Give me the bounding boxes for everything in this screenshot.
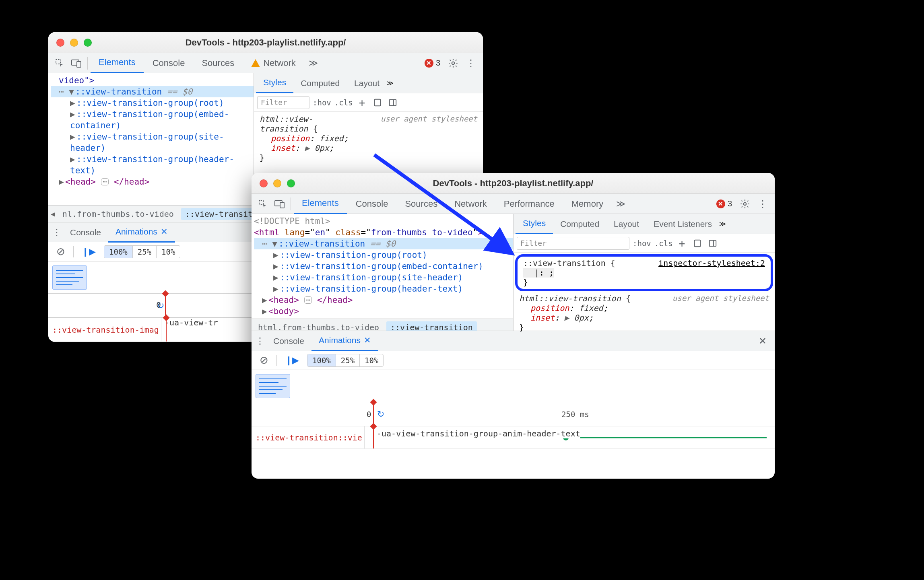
- tab-console[interactable]: Console: [348, 194, 396, 214]
- styles-tab-styles[interactable]: Styles: [516, 214, 553, 234]
- toggle-sidebar-icon[interactable]: [387, 97, 399, 109]
- toggle-hov-button[interactable]: :hov: [313, 98, 331, 107]
- styles-rules[interactable]: user agent stylesheet html::view-transit…: [254, 112, 483, 165]
- animation-track-row: ::view-transition::vie -ua-view-transiti…: [252, 426, 775, 449]
- computed-styles-icon[interactable]: [371, 97, 384, 109]
- tab-elements[interactable]: Elements: [294, 194, 347, 214]
- playhead-icon[interactable]: [373, 402, 374, 426]
- dom-vt-group-header[interactable]: ▶::view-transition-group(header-text): [254, 283, 513, 294]
- dom-tree: <!DOCTYPE html> <html lang="en" class="f…: [252, 214, 513, 319]
- dom-head[interactable]: ▶<head> ⋯ </head>: [254, 294, 513, 306]
- close-tab-icon[interactable]: ✕: [364, 335, 371, 345]
- clear-animations-icon[interactable]: ⊘: [256, 354, 272, 367]
- tabs-overflow-icon[interactable]: ≫: [612, 199, 629, 209]
- dom-vt-group-site[interactable]: ▶::view-transition-group(site-: [51, 131, 254, 142]
- drawer-tab-animations[interactable]: Animations✕: [311, 331, 378, 351]
- speed-10-button[interactable]: 10%: [157, 246, 180, 258]
- breadcrumb-scroll-left-icon[interactable]: ◀: [51, 210, 55, 218]
- computed-styles-icon[interactable]: [691, 237, 703, 249]
- device-toggle-icon[interactable]: [68, 55, 85, 71]
- toggle-sidebar-icon[interactable]: [707, 237, 719, 249]
- tab-network[interactable]: Network: [446, 194, 495, 214]
- minimize-window-icon[interactable]: [273, 179, 281, 187]
- dom-vt-group-site[interactable]: ▶::view-transition-group(site-header): [254, 272, 513, 283]
- tab-performance[interactable]: Performance: [496, 194, 563, 214]
- settings-gear-icon[interactable]: [737, 196, 753, 212]
- device-toggle-icon[interactable]: [272, 196, 288, 212]
- inspect-element-icon[interactable]: [52, 55, 68, 71]
- dom-body[interactable]: ▶<body>: [254, 306, 513, 317]
- styles-tab-computed[interactable]: Computed: [293, 73, 347, 93]
- close-tab-icon[interactable]: ✕: [161, 227, 168, 237]
- close-window-icon[interactable]: [260, 179, 268, 187]
- styles-rules[interactable]: user agent stylesheet html::view-transit…: [514, 293, 775, 335]
- dom-view-transition[interactable]: ⋯ ▼::view-transition == $0: [254, 238, 513, 249]
- zoom-window-icon[interactable]: [84, 39, 92, 47]
- play-pause-icon[interactable]: ❙▶: [78, 245, 100, 258]
- new-style-rule-icon[interactable]: +: [356, 97, 368, 109]
- style-source-link[interactable]: inspector-stylesheet:2: [658, 258, 765, 268]
- dom-html[interactable]: <html lang="en" class="from-thumbs to-vi…: [254, 227, 513, 238]
- zoom-window-icon[interactable]: [287, 179, 295, 187]
- titlebar[interactable]: DevTools - http203-playlist.netlify.app/: [252, 173, 775, 194]
- inspect-element-icon[interactable]: [255, 196, 271, 212]
- error-count-badge[interactable]: ✕3: [712, 199, 736, 208]
- drawer-tab-console[interactable]: Console: [266, 331, 311, 351]
- toggle-cls-button[interactable]: .cls: [334, 98, 353, 107]
- breadcrumb-html[interactable]: nl.from-thumbs.to-video: [58, 208, 178, 220]
- styles-tabs-overflow-icon[interactable]: ≫: [387, 79, 394, 87]
- dom-vt-group-embed[interactable]: ▶::view-transition-group(embed-: [51, 109, 254, 120]
- css-property-input[interactable]: |: ;: [523, 268, 554, 278]
- breadcrumb-view-transition[interactable]: ::view-transition: [181, 208, 254, 220]
- speed-10-button[interactable]: 10%: [360, 354, 383, 366]
- kebab-menu-icon[interactable]: ⋮: [462, 58, 480, 69]
- styles-filter-input[interactable]: Filter: [517, 237, 629, 250]
- new-style-rule-icon[interactable]: +: [676, 237, 688, 249]
- playhead-icon[interactable]: [165, 294, 166, 317]
- speed-25-button[interactable]: 25%: [133, 246, 157, 258]
- styles-tabs-overflow-icon[interactable]: ≫: [719, 220, 726, 228]
- toggle-cls-button[interactable]: .cls: [654, 239, 673, 248]
- drawer-menu-icon[interactable]: ⋮: [254, 336, 266, 346]
- replay-icon[interactable]: ↻: [377, 409, 384, 419]
- dom-vt-group-root[interactable]: ▶::view-transition-group(root): [254, 249, 513, 261]
- drawer-tab-animations[interactable]: Animations✕: [108, 222, 175, 243]
- tabs-overflow-icon[interactable]: ≫: [305, 58, 322, 68]
- settings-gear-icon[interactable]: [445, 55, 461, 71]
- dom-vt-group-root[interactable]: ▶::view-transition-group(root): [51, 97, 254, 109]
- animation-group-thumb[interactable]: [256, 374, 290, 398]
- toggle-hov-button[interactable]: :hov: [633, 239, 651, 248]
- tab-elements[interactable]: Elements: [91, 53, 144, 73]
- animation-group-thumb[interactable]: [52, 265, 87, 290]
- styles-tab-styles[interactable]: Styles: [256, 73, 293, 93]
- dom-view-transition[interactable]: ⋯ ▼::view-transition == $0: [51, 86, 254, 97]
- styles-tab-computed[interactable]: Computed: [553, 214, 606, 234]
- speed-25-button[interactable]: 25%: [336, 354, 360, 366]
- error-count-badge[interactable]: ✕3: [421, 58, 444, 68]
- drawer-tab-console[interactable]: Console: [63, 222, 108, 243]
- close-drawer-icon[interactable]: ✕: [753, 335, 772, 347]
- tab-console[interactable]: Console: [144, 53, 193, 73]
- clear-animations-icon[interactable]: ⊘: [52, 245, 69, 258]
- dom-head[interactable]: ▶<head> ⋯ </head>: [51, 176, 254, 187]
- tab-sources[interactable]: Sources: [397, 194, 446, 214]
- minimize-window-icon[interactable]: [70, 39, 78, 47]
- tab-memory[interactable]: Memory: [563, 194, 611, 214]
- styles-tab-layout[interactable]: Layout: [347, 73, 387, 93]
- dom-vt-group-embed[interactable]: ▶::view-transition-group(embed-container…: [254, 261, 513, 272]
- ellipsis-icon[interactable]: ⋯: [101, 178, 109, 185]
- tab-network[interactable]: Network: [243, 53, 304, 73]
- speed-100-button[interactable]: 100%: [307, 354, 336, 366]
- drawer-menu-icon[interactable]: ⋮: [51, 227, 63, 238]
- styles-filter-input[interactable]: Filter: [257, 96, 309, 109]
- close-window-icon[interactable]: [56, 39, 64, 47]
- tab-sources[interactable]: Sources: [194, 53, 242, 73]
- play-pause-icon[interactable]: ❙▶: [281, 354, 303, 367]
- speed-100-button[interactable]: 100%: [104, 246, 133, 258]
- ellipsis-icon[interactable]: ⋯: [304, 296, 312, 304]
- dom-vt-group-header[interactable]: ▶::view-transition-group(header-: [51, 154, 254, 165]
- titlebar[interactable]: DevTools - http203-playlist.netlify.app/: [48, 32, 483, 53]
- kebab-menu-icon[interactable]: ⋮: [754, 198, 771, 210]
- styles-tab-layout[interactable]: Layout: [606, 214, 646, 234]
- styles-tab-event-listeners[interactable]: Event Listeners: [646, 214, 719, 234]
